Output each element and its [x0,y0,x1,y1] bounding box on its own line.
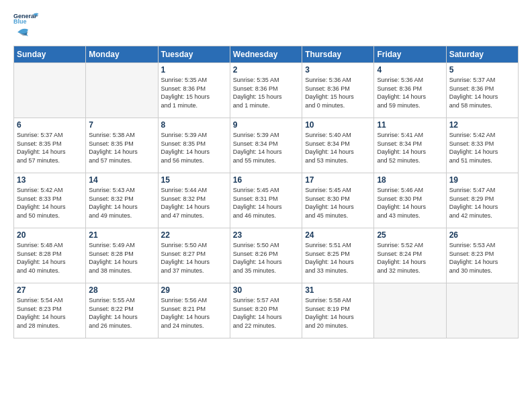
calendar-cell: 18Sunrise: 5:46 AM Sunset: 8:30 PM Dayli… [374,173,446,228]
day-info: Sunrise: 5:39 AM Sunset: 8:35 PM Dayligh… [161,131,227,165]
calendar-header-sunday: Sunday [14,46,86,63]
calendar-cell: 16Sunrise: 5:45 AM Sunset: 8:31 PM Dayli… [230,173,302,228]
day-number: 24 [305,230,371,240]
calendar-cell: 22Sunrise: 5:50 AM Sunset: 8:27 PM Dayli… [158,228,230,283]
calendar-cell: 9Sunrise: 5:39 AM Sunset: 8:34 PM Daylig… [230,118,302,173]
calendar-cell: 7Sunrise: 5:38 AM Sunset: 8:35 PM Daylig… [86,118,158,173]
bird-icon [16,26,36,39]
calendar-cell: 1Sunrise: 5:35 AM Sunset: 8:36 PM Daylig… [158,63,230,118]
day-info: Sunrise: 5:58 AM Sunset: 8:19 PM Dayligh… [305,296,371,330]
day-number: 6 [17,120,83,130]
calendar-cell: 25Sunrise: 5:52 AM Sunset: 8:24 PM Dayli… [374,228,446,283]
calendar-cell: 26Sunrise: 5:53 AM Sunset: 8:23 PM Dayli… [446,228,518,283]
svg-text:Blue: Blue [13,18,27,25]
day-number: 18 [377,175,443,185]
day-info: Sunrise: 5:55 AM Sunset: 8:22 PM Dayligh… [89,296,154,330]
day-number: 4 [377,65,443,75]
day-info: Sunrise: 5:46 AM Sunset: 8:30 PM Dayligh… [377,186,443,220]
day-number: 29 [161,285,227,295]
day-number: 13 [17,175,83,185]
calendar-week-2: 13Sunrise: 5:42 AM Sunset: 8:33 PM Dayli… [14,173,519,228]
day-info: Sunrise: 5:54 AM Sunset: 8:23 PM Dayligh… [17,296,83,330]
day-number: 31 [305,285,371,295]
day-info: Sunrise: 5:49 AM Sunset: 8:28 PM Dayligh… [89,241,154,275]
day-info: Sunrise: 5:45 AM Sunset: 8:31 PM Dayligh… [233,186,299,220]
calendar-cell: 3Sunrise: 5:36 AM Sunset: 8:36 PM Daylig… [302,63,374,118]
day-info: Sunrise: 5:41 AM Sunset: 8:34 PM Dayligh… [377,131,443,165]
calendar-week-1: 6Sunrise: 5:37 AM Sunset: 8:35 PM Daylig… [14,118,519,173]
day-number: 8 [161,120,227,130]
day-number: 20 [17,230,83,240]
calendar-cell: 6Sunrise: 5:37 AM Sunset: 8:35 PM Daylig… [14,118,86,173]
day-number: 26 [449,230,515,240]
day-info: Sunrise: 5:56 AM Sunset: 8:21 PM Dayligh… [161,296,227,330]
calendar-header-friday: Friday [374,46,446,63]
day-number: 12 [449,120,515,130]
day-info: Sunrise: 5:35 AM Sunset: 8:36 PM Dayligh… [233,76,299,109]
calendar-cell: 19Sunrise: 5:47 AM Sunset: 8:29 PM Dayli… [446,173,518,228]
calendar-header-row: SundayMondayTuesdayWednesdayThursdayFrid… [14,46,519,63]
day-info: Sunrise: 5:42 AM Sunset: 8:33 PM Dayligh… [449,131,515,165]
calendar-week-3: 20Sunrise: 5:48 AM Sunset: 8:28 PM Dayli… [14,228,519,283]
day-info: Sunrise: 5:36 AM Sunset: 8:36 PM Dayligh… [305,76,371,109]
calendar-cell [446,283,518,338]
header: General Blue [13,11,519,39]
logo-icon: General Blue [13,11,40,26]
day-number: 30 [233,285,299,295]
day-number: 17 [305,175,371,185]
day-info: Sunrise: 5:45 AM Sunset: 8:30 PM Dayligh… [305,186,371,220]
day-info: Sunrise: 5:35 AM Sunset: 8:36 PM Dayligh… [161,76,227,109]
day-info: Sunrise: 5:48 AM Sunset: 8:28 PM Dayligh… [17,241,83,275]
day-number: 22 [161,230,227,240]
calendar-cell: 11Sunrise: 5:41 AM Sunset: 8:34 PM Dayli… [374,118,446,173]
day-info: Sunrise: 5:40 AM Sunset: 8:34 PM Dayligh… [305,131,371,165]
day-number: 19 [449,175,515,185]
day-number: 9 [233,120,299,130]
calendar-cell: 12Sunrise: 5:42 AM Sunset: 8:33 PM Dayli… [446,118,518,173]
calendar-week-4: 27Sunrise: 5:54 AM Sunset: 8:23 PM Dayli… [14,283,519,338]
day-info: Sunrise: 5:57 AM Sunset: 8:20 PM Dayligh… [233,296,299,330]
calendar-cell: 21Sunrise: 5:49 AM Sunset: 8:28 PM Dayli… [86,228,158,283]
day-info: Sunrise: 5:52 AM Sunset: 8:24 PM Dayligh… [377,241,443,275]
calendar-header-thursday: Thursday [302,46,374,63]
calendar-cell [86,63,158,118]
day-number: 27 [17,285,83,295]
calendar-cell: 20Sunrise: 5:48 AM Sunset: 8:28 PM Dayli… [14,228,86,283]
day-number: 23 [233,230,299,240]
day-number: 25 [377,230,443,240]
day-info: Sunrise: 5:51 AM Sunset: 8:25 PM Dayligh… [305,241,371,275]
calendar-cell [14,63,86,118]
calendar-cell: 29Sunrise: 5:56 AM Sunset: 8:21 PM Dayli… [158,283,230,338]
day-info: Sunrise: 5:47 AM Sunset: 8:29 PM Dayligh… [449,186,515,220]
day-number: 10 [305,120,371,130]
calendar-cell: 10Sunrise: 5:40 AM Sunset: 8:34 PM Dayli… [302,118,374,173]
calendar-cell: 31Sunrise: 5:58 AM Sunset: 8:19 PM Dayli… [302,283,374,338]
calendar-header-monday: Monday [86,46,158,63]
day-number: 2 [233,65,299,75]
day-number: 16 [233,175,299,185]
day-info: Sunrise: 5:44 AM Sunset: 8:32 PM Dayligh… [161,186,227,220]
day-number: 1 [161,65,227,75]
calendar-cell: 17Sunrise: 5:45 AM Sunset: 8:30 PM Dayli… [302,173,374,228]
calendar-header-tuesday: Tuesday [158,46,230,63]
day-info: Sunrise: 5:37 AM Sunset: 8:35 PM Dayligh… [17,131,83,165]
calendar-cell: 14Sunrise: 5:43 AM Sunset: 8:32 PM Dayli… [86,173,158,228]
day-number: 3 [305,65,371,75]
calendar-cell: 23Sunrise: 5:50 AM Sunset: 8:26 PM Dayli… [230,228,302,283]
day-info: Sunrise: 5:50 AM Sunset: 8:27 PM Dayligh… [161,241,227,275]
day-info: Sunrise: 5:42 AM Sunset: 8:33 PM Dayligh… [17,186,83,220]
calendar-cell: 2Sunrise: 5:35 AM Sunset: 8:36 PM Daylig… [230,63,302,118]
calendar-cell: 4Sunrise: 5:36 AM Sunset: 8:36 PM Daylig… [374,63,446,118]
day-info: Sunrise: 5:37 AM Sunset: 8:36 PM Dayligh… [449,76,515,109]
calendar-cell: 28Sunrise: 5:55 AM Sunset: 8:22 PM Dayli… [86,283,158,338]
calendar-cell: 24Sunrise: 5:51 AM Sunset: 8:25 PM Dayli… [302,228,374,283]
day-info: Sunrise: 5:38 AM Sunset: 8:35 PM Dayligh… [89,131,154,165]
day-number: 15 [161,175,227,185]
calendar-cell: 13Sunrise: 5:42 AM Sunset: 8:33 PM Dayli… [14,173,86,228]
calendar-week-0: 1Sunrise: 5:35 AM Sunset: 8:36 PM Daylig… [14,63,519,118]
calendar-cell [374,283,446,338]
calendar-cell: 5Sunrise: 5:37 AM Sunset: 8:36 PM Daylig… [446,63,518,118]
day-info: Sunrise: 5:39 AM Sunset: 8:34 PM Dayligh… [233,131,299,165]
day-number: 11 [377,120,443,130]
calendar-cell: 30Sunrise: 5:57 AM Sunset: 8:20 PM Dayli… [230,283,302,338]
